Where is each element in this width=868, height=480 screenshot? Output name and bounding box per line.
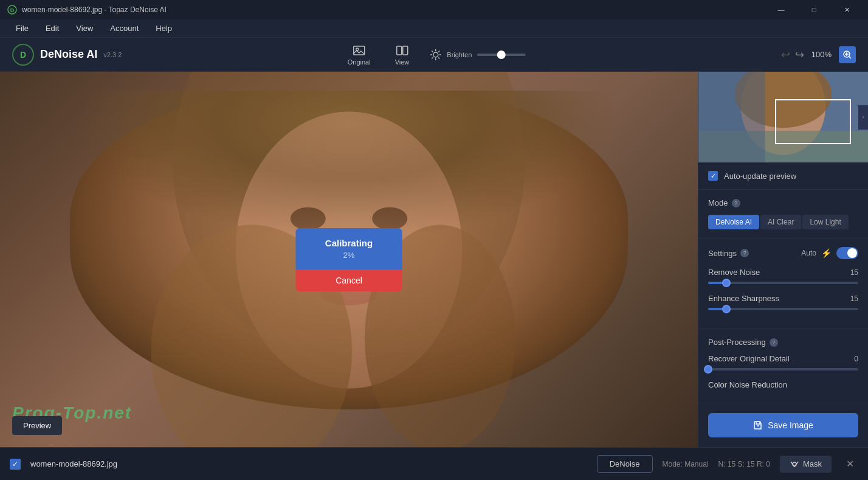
close-button[interactable]: ✕ [833, 0, 861, 19]
panel-expand-button[interactable]: › [858, 105, 868, 130]
save-image-button[interactable]: Save Image [708, 413, 858, 437]
undo-button[interactable]: ↩ [781, 48, 790, 61]
settings-row: Settings ? Auto ⚡ [708, 247, 858, 259]
logo-area: D DeNoise AI v2.3.2 [12, 44, 122, 66]
bottom-filename: women-model-88692.jpg [30, 459, 587, 468]
logo-text: DeNoise AI [40, 48, 97, 61]
mode-help-icon[interactable]: ? [732, 199, 740, 207]
svg-rect-5 [402, 46, 407, 55]
bottom-close-button[interactable]: ✕ [841, 456, 858, 473]
view-button[interactable]: View [390, 41, 415, 68]
mode-buttons-group: DeNoise AI AI Clear Low Light [708, 215, 858, 229]
remove-noise-thumb[interactable] [722, 279, 731, 287]
minimize-button[interactable]: — [767, 0, 795, 19]
mode-section: Mode ? DeNoise AI AI Clear Low Light [698, 190, 868, 238]
enhance-sharpness-value: 15 [850, 294, 858, 303]
lightning-icon: ⚡ [821, 248, 832, 258]
color-noise-header: Color Noise Reduction [708, 380, 858, 389]
menu-help[interactable]: Help [150, 21, 178, 35]
bottom-mode-info: Mode: Manual [663, 460, 709, 468]
recover-detail-track[interactable] [708, 368, 858, 370]
brightness-control[interactable]: Brighten [429, 48, 525, 61]
settings-help-icon[interactable]: ? [740, 249, 749, 257]
auto-update-checkbox[interactable] [708, 171, 718, 181]
view-label: View [395, 58, 410, 66]
auto-update-section: Auto-update preview [698, 162, 868, 190]
mode-lowlight-button[interactable]: Low Light [802, 215, 848, 229]
post-processing-label: Post-Processing [708, 338, 766, 347]
bottom-denoise-button[interactable]: DeNoise [597, 455, 653, 473]
redo-button[interactable]: ↪ [795, 48, 804, 61]
app-body: D DeNoise AI v2.3.2 Original View [0, 38, 868, 480]
bottom-stats: N: 15 S: 15 R: 0 [718, 460, 770, 468]
cancel-button[interactable]: Cancel [296, 270, 402, 291]
settings-left: Settings ? [708, 249, 749, 258]
color-noise-label: Color Noise Reduction [708, 380, 787, 389]
svg-line-16 [849, 57, 851, 58]
enhance-sharpness-slider-group: Enhance Sharpness 15 [708, 294, 858, 310]
brightness-slider[interactable] [477, 54, 525, 56]
menu-account[interactable]: Account [104, 21, 145, 35]
recover-detail-label: Recover Original Detail [708, 354, 790, 363]
enhance-sharpness-track[interactable] [708, 308, 858, 310]
svg-line-14 [432, 57, 433, 58]
auto-update-row: Auto-update preview [708, 171, 858, 181]
calibrating-title: Calibrating [308, 238, 390, 248]
zoom-level: 100% [811, 50, 832, 59]
svg-point-6 [433, 52, 438, 57]
recover-detail-value: 0 [854, 355, 858, 363]
toolbar: D DeNoise AI v2.3.2 Original View [0, 38, 868, 72]
right-panel: › Auto-update preview Mode ? DeNoise AI … [698, 72, 868, 447]
svg-rect-4 [396, 46, 401, 55]
remove-noise-label: Remove Noise [708, 268, 760, 277]
enhance-sharpness-label: Enhance Sharpness [708, 294, 779, 303]
recover-detail-header: Recover Original Detail 0 [708, 354, 858, 363]
enhance-sharpness-thumb[interactable] [722, 305, 731, 313]
settings-section: Settings ? Auto ⚡ Remove Noise 15 [698, 238, 868, 329]
bottom-bar: women-model-88692.jpg DeNoise Mode: Manu… [0, 447, 868, 480]
brighten-label: Brighten [447, 51, 472, 58]
preview-button[interactable]: Preview [12, 416, 62, 435]
window-title: women-model-88692.jpg - Topaz DeNoise AI [22, 5, 767, 14]
menu-edit[interactable]: Edit [40, 21, 65, 35]
post-processing-section: Post-Processing ? Recover Original Detai… [698, 329, 868, 403]
recover-detail-thumb[interactable] [704, 365, 712, 374]
remove-noise-value: 15 [850, 268, 858, 277]
svg-text:D: D [10, 7, 15, 13]
brightness-thumb[interactable] [497, 50, 505, 59]
content-area: Prog-Top.net Calibrating 2% Cancel Previ… [0, 72, 868, 447]
mode-denoise-button[interactable]: DeNoise AI [708, 215, 759, 229]
post-processing-row: Post-Processing ? [708, 338, 858, 347]
logo-version: v2.3.2 [103, 51, 122, 58]
preview-thumbnail: › [698, 72, 868, 162]
zoom-in-button[interactable] [839, 46, 856, 63]
menu-file[interactable]: File [10, 21, 35, 35]
post-processing-help-icon[interactable]: ? [770, 338, 778, 347]
maximize-button[interactable]: □ [800, 0, 828, 19]
svg-line-13 [438, 50, 439, 52]
bottom-mask-button[interactable]: Mask [780, 456, 832, 473]
auto-update-label: Auto-update preview [724, 172, 796, 181]
title-bar: D women-model-88692.jpg - Topaz DeNoise … [0, 0, 868, 19]
zoom-icon [842, 50, 852, 60]
window-controls[interactable]: — □ ✕ [767, 0, 861, 19]
brightness-icon [429, 48, 442, 61]
auto-toggle[interactable] [836, 247, 858, 259]
original-button[interactable]: Original [343, 41, 376, 68]
mode-row: Mode ? [708, 198, 858, 207]
mode-label: Mode [708, 198, 728, 207]
preview-viewport-indicator[interactable] [775, 99, 852, 145]
save-label: Save Image [768, 420, 813, 430]
menu-view[interactable]: View [70, 21, 99, 35]
bottom-file-checkbox[interactable] [10, 459, 21, 470]
remove-noise-track[interactable] [708, 282, 858, 284]
remove-noise-slider-group: Remove Noise 15 [708, 268, 858, 284]
recover-detail-slider-group: Recover Original Detail 0 [708, 354, 858, 370]
toolbar-right: ↩ ↪ 100% [781, 46, 856, 63]
settings-label: Settings [708, 249, 737, 258]
save-icon [753, 420, 763, 430]
settings-right: Auto ⚡ [801, 247, 858, 259]
app-icon: D [7, 5, 17, 15]
mode-aiclear-button[interactable]: AI Clear [760, 215, 801, 229]
svg-line-12 [438, 57, 439, 58]
